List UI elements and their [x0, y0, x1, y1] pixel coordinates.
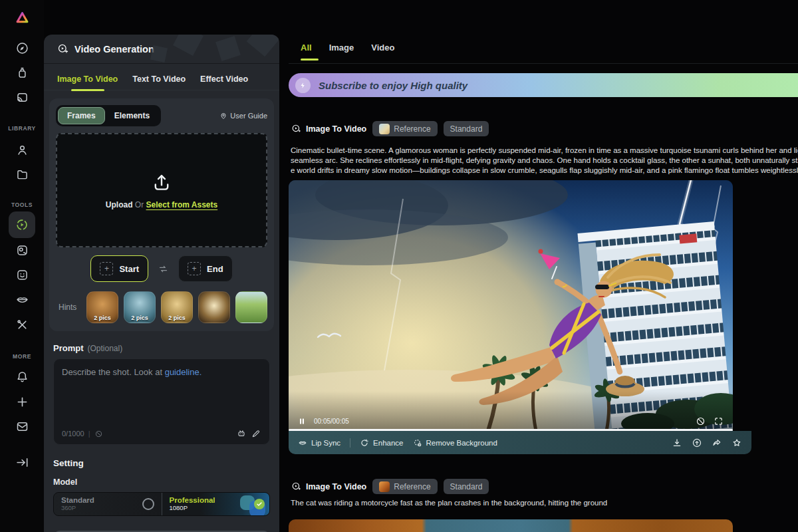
hint-thumbnail-meadow[interactable] [235, 291, 267, 323]
download-icon[interactable] [672, 438, 682, 448]
end-frame-button[interactable]: + End [178, 255, 233, 282]
face-effects-icon [15, 268, 29, 282]
standard-badge-label: Standard [450, 124, 483, 134]
select-from-assets-link[interactable]: Select from Assets [146, 200, 218, 209]
lips-icon [15, 293, 29, 307]
user-guide-link[interactable]: User Guide [219, 112, 267, 120]
prompt-line: seamless arc. She reclines effortlessly … [291, 156, 798, 166]
video-generate-icon [291, 481, 301, 491]
toolkit-icon [15, 318, 29, 332]
bell-icon [15, 370, 29, 384]
standard-badge: Standard [444, 121, 489, 136]
feed-type-text: Image To Video [306, 482, 366, 491]
model-option-professional[interactable]: Professional 1080P [162, 493, 270, 515]
hand-write-icon[interactable] [251, 428, 261, 439]
tab-video[interactable]: Video [371, 39, 394, 59]
tab-image-to-video[interactable]: Image To Video [57, 74, 118, 90]
subscribe-banner[interactable]: Subscribe to enjoy High quality [289, 73, 798, 97]
user-guide-label: User Guide [230, 112, 267, 120]
feed-type-text: Image To Video [306, 124, 366, 134]
sidebar-section-more: MORE [0, 353, 44, 360]
fullscreen-icon[interactable] [714, 416, 724, 426]
video-generate-icon [291, 124, 301, 134]
hint-thumbnail-cat[interactable]: 2 pics [86, 291, 118, 323]
sidebar-item-sign-in[interactable] [0, 454, 44, 470]
sidebar-item-profile[interactable] [0, 142, 44, 158]
toggle-elements[interactable]: Elements [105, 107, 159, 124]
sidebar-item-assets[interactable] [0, 166, 44, 182]
sidebar-item-face-swap[interactable] [0, 242, 44, 258]
sidebar-item-face-effects[interactable] [0, 267, 44, 283]
feed-prompt-text: The cat was riding a motorcycle fast as … [291, 499, 607, 507]
lightning-bolt-icon [295, 78, 311, 93]
reference-badge-label: Reference [394, 124, 430, 134]
enhance-label: Enhance [373, 439, 403, 447]
prompt-textarea[interactable]: Describe the shot. Look at guideline. 0/… [53, 358, 270, 445]
share-icon[interactable] [712, 438, 722, 448]
tab-all[interactable]: All [301, 39, 312, 59]
sidebar-item-add[interactable] [0, 394, 44, 410]
lips-icon [298, 438, 307, 448]
hint-thumbnail-deer[interactable]: 2 pics [161, 291, 193, 323]
reference-badge: Reference [372, 479, 437, 494]
model-standard-res: 360P [61, 505, 94, 511]
sidebar-item-stream[interactable] [0, 89, 44, 105]
start-frame-button[interactable]: + Start [90, 255, 148, 282]
lip-sync-button[interactable]: Lip Sync [298, 438, 340, 448]
folder-icon [15, 168, 29, 182]
tab-image[interactable]: Image [329, 39, 354, 59]
decor-triangle [215, 36, 241, 61]
mail-icon [15, 420, 29, 434]
compass-icon [15, 41, 29, 55]
main-feed: All Image Video Subscribe to enjoy High … [289, 0, 798, 532]
robot-prompt-icon[interactable] [236, 428, 247, 439]
upload-label: Upload [106, 200, 133, 209]
hints-label: Hints [59, 303, 81, 312]
guideline-link[interactable]: guideline. [165, 367, 202, 377]
tab-effect-video[interactable]: Effect Video [200, 74, 248, 90]
sidebar-item-lip-sync[interactable] [0, 291, 44, 307]
remove-background-button[interactable]: Remove Background [413, 438, 497, 448]
video-action-bar: Lip Sync Enhance Remove Background [289, 431, 751, 454]
model-selector: Standard 360P Professional 1080P [53, 492, 270, 516]
feed-filter-tabs: All Image Video [289, 39, 798, 64]
hint-thumbnail-angel-cat[interactable] [198, 291, 230, 323]
hint-pics-badge: 2 pics [162, 315, 192, 321]
favorite-star-icon[interactable] [732, 438, 742, 448]
video-controls: 00:05/00:05 [289, 416, 733, 426]
sidebar-item-explore[interactable] [0, 40, 44, 56]
remove-background-icon [413, 438, 422, 448]
hint-thumbnail-woman[interactable]: 2 pics [124, 291, 156, 323]
decor-triangle [173, 35, 203, 56]
toggle-frames[interactable]: Frames [58, 107, 105, 124]
slash-circle-icon[interactable] [94, 430, 103, 438]
sidebar-item-video-generation-active[interactable] [9, 211, 35, 238]
sidebar-item-inbox[interactable] [0, 418, 44, 434]
muted-audio-icon[interactable] [696, 416, 706, 426]
hint-pics-badge: 2 pics [124, 315, 155, 321]
video-generate-icon [15, 217, 29, 232]
pause-icon[interactable] [298, 417, 306, 426]
sidebar-item-notifications[interactable] [0, 368, 44, 384]
map-pin-icon [219, 112, 227, 120]
face-swap-icon [15, 243, 29, 257]
video-thumbnail-partial[interactable] [289, 519, 733, 532]
app-logo[interactable] [0, 5, 44, 29]
decor-triangle [150, 45, 168, 63]
video-generate-icon [57, 43, 68, 55]
tab-text-to-video[interactable]: Text To Video [132, 74, 186, 90]
hints-row: Hints 2 pics 2 pics 2 pics [56, 291, 267, 323]
model-option-standard[interactable]: Standard 360P [54, 493, 162, 515]
video-player[interactable]: 00:05/00:05 [289, 180, 733, 431]
swap-horizontal-icon[interactable] [158, 263, 169, 275]
video-progress-bar[interactable] [289, 429, 733, 431]
radio-circle-icon[interactable] [142, 498, 154, 510]
enhance-button[interactable]: Enhance [360, 438, 403, 448]
model-pro-res: 1080P [170, 505, 215, 511]
reference-badge-label: Reference [394, 482, 430, 491]
sidebar-item-toolkit[interactable] [0, 317, 44, 332]
feed-item-header: Image To Video Reference Standard [291, 121, 489, 136]
upload-circle-icon[interactable] [692, 438, 702, 448]
upload-dropzone[interactable]: Upload Or Select from Assets [56, 133, 267, 247]
sidebar-item-image-studio[interactable] [0, 65, 44, 80]
